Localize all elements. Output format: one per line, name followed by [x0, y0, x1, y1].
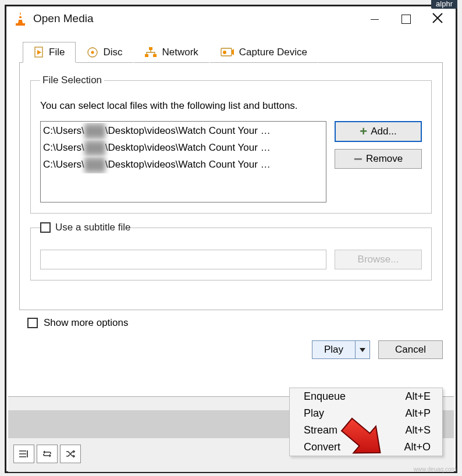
watermark: www.deuaq.com	[414, 466, 456, 473]
svg-rect-10	[153, 54, 157, 57]
play-split-button[interactable]: Play	[312, 340, 370, 359]
menu-item-convert[interactable]: Convert Alt+O	[290, 439, 442, 456]
svg-rect-11	[221, 48, 232, 56]
disc-icon	[87, 47, 98, 58]
svg-point-12	[223, 51, 226, 54]
play-button[interactable]: Play	[312, 340, 356, 359]
minimize-button[interactable]	[359, 6, 390, 31]
file-list-item[interactable]: C:\Users\▮▮▮▮\Desktop\videos\Watch Count…	[43, 157, 324, 173]
network-icon	[144, 47, 157, 58]
window-open-media: Open Media File Disc	[5, 5, 457, 473]
shortcut-label: Alt+E	[405, 390, 431, 403]
file-list-item[interactable]: C:\Users\▮▮▮▮\Desktop\videos\Watch Count…	[43, 140, 324, 157]
playlist-button[interactable]	[13, 445, 34, 463]
menu-item-stream[interactable]: Stream Alt+S	[290, 422, 442, 439]
tab-label: File	[49, 47, 65, 58]
cancel-button[interactable]: Cancel	[378, 340, 443, 359]
group-subtitle: Use a subtitle file Browse...	[30, 222, 432, 280]
window-title: Open Media	[33, 12, 359, 25]
minus-icon: −	[354, 156, 363, 162]
loop-button[interactable]	[37, 445, 58, 463]
svg-marker-0	[18, 12, 23, 23]
group-legend: File Selection	[40, 74, 104, 86]
browse-button: Browse...	[335, 250, 422, 269]
menu-item-play[interactable]: Play Alt+P	[290, 405, 442, 422]
tab-network[interactable]: Network	[133, 42, 209, 63]
group-file-selection: File Selection You can select local file…	[30, 74, 432, 214]
subtitle-checkbox-label: Use a subtitle file	[55, 222, 130, 233]
redacted-text: ▮▮▮▮	[84, 140, 105, 157]
redacted-text: ▮▮▮▮	[84, 123, 105, 140]
play-dropdown-menu: Enqueue Alt+E Play Alt+P Stream Alt+S Co…	[289, 388, 443, 456]
file-list-item[interactable]: C:\Users\▮▮▮▮\Desktop\videos\Watch Count…	[43, 123, 324, 140]
svg-rect-9	[145, 54, 148, 57]
redacted-text: ▮▮▮▮	[84, 157, 105, 173]
play-dropdown-arrow[interactable]	[355, 340, 370, 359]
close-button[interactable]	[422, 6, 453, 31]
remove-button[interactable]: − Remove	[335, 149, 422, 169]
playback-toolbar	[13, 445, 81, 463]
tab-label: Network	[162, 47, 198, 58]
tab-label: Disc	[103, 47, 122, 58]
dialog-action-row: Play Cancel	[6, 338, 456, 365]
source-badge: alphr	[431, 0, 457, 9]
capture-device-icon	[221, 47, 234, 58]
svg-rect-8	[149, 47, 152, 50]
svg-rect-1	[19, 15, 22, 16]
tab-file[interactable]: File	[23, 42, 76, 63]
show-more-options-label: Show more options	[44, 317, 129, 329]
tab-label: Capture Device	[239, 47, 307, 58]
titlebar: Open Media	[6, 6, 456, 31]
shortcut-label: Alt+P	[405, 407, 431, 420]
file-list[interactable]: C:\Users\▮▮▮▮\Desktop\videos\Watch Count…	[40, 121, 326, 203]
tab-disc[interactable]: Disc	[76, 42, 133, 63]
tab-content-file: File Selection You can select local file…	[19, 62, 443, 310]
menu-item-enqueue[interactable]: Enqueue Alt+E	[290, 388, 442, 405]
add-button[interactable]: + Add...	[335, 121, 422, 142]
svg-rect-3	[16, 23, 25, 26]
plus-icon: +	[360, 127, 367, 135]
tab-capture-device[interactable]: Capture Device	[209, 42, 318, 63]
subtitle-checkbox[interactable]	[40, 222, 51, 233]
tab-bar: File Disc Network Capture Device	[23, 41, 443, 62]
shuffle-button[interactable]	[60, 445, 81, 463]
maximize-button[interactable]	[390, 6, 422, 31]
shortcut-label: Alt+S	[405, 424, 431, 436]
shortcut-label: Alt+O	[404, 441, 431, 453]
file-selection-hint: You can select local files with the foll…	[40, 100, 422, 112]
subtitle-path-input	[40, 250, 326, 269]
vlc-cone-icon	[13, 11, 27, 26]
show-more-options-checkbox[interactable]	[27, 318, 38, 328]
dialog-body: File Disc Network Capture Device	[6, 31, 456, 338]
file-icon	[34, 47, 44, 58]
svg-point-7	[91, 51, 94, 54]
svg-rect-2	[19, 18, 22, 20]
